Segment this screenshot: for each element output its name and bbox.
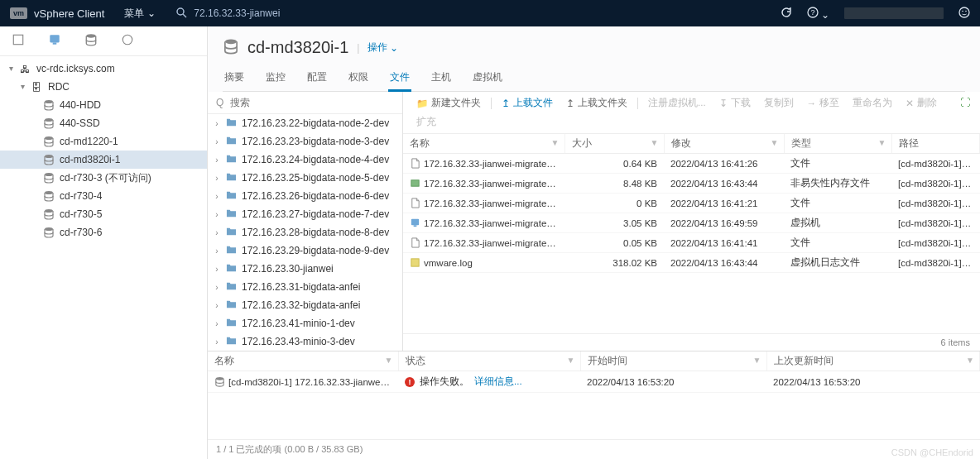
col-path[interactable]: 路径 <box>891 134 980 154</box>
user-masked <box>844 7 944 19</box>
datacenter-node[interactable]: ▾🗄RDC <box>0 78 207 96</box>
folder-item[interactable]: › 172.16.23.23-bigdata-node-3-dev <box>208 132 402 151</box>
file-icon <box>410 218 424 228</box>
folder-item[interactable]: › 172.16.23.43-minio-3-dev <box>208 332 402 351</box>
vms-view-icon[interactable] <box>48 33 61 49</box>
file-row[interactable]: 172.16.32.33-jianwei-migrate.vmx 3.05 KB… <box>403 213 980 233</box>
folder-item[interactable]: › 172.16.23.32-bigdata-anfei <box>208 296 402 314</box>
col-modified[interactable]: 修改▼ <box>664 134 784 154</box>
folder-item[interactable]: › 172.16.23.41-minio-1-dev <box>208 314 402 332</box>
file-icon <box>410 159 424 169</box>
delete-button[interactable]: ✕删除 <box>901 95 942 111</box>
folder-icon <box>226 244 237 257</box>
file-row[interactable]: 172.16.32.33-jianwei-migrate-55f648e7.hl… <box>403 154 980 174</box>
folder-icon <box>226 299 237 312</box>
inflate-button[interactable]: 扩充 <box>411 114 441 130</box>
chevron-right-icon: › <box>213 319 221 328</box>
detail-link[interactable]: 详细信息... <box>474 375 522 388</box>
filter-icon[interactable]: ▼ <box>966 356 974 365</box>
datastore-icon <box>43 136 55 147</box>
folder-item[interactable]: › 172.16.23.27-bigdata-node-7-dev <box>208 205 402 223</box>
vcenter-node[interactable]: ▾🖧vc-rdc.icksys.com <box>0 60 207 78</box>
col-size[interactable]: 大小▼ <box>564 134 664 154</box>
folder-icon <box>226 153 237 166</box>
file-row[interactable]: 172.16.32.33-jianwei-migrate.vmsd 0 KB 2… <box>403 194 980 213</box>
folder-icon <box>226 208 237 221</box>
filter-icon[interactable]: ▼ <box>567 356 575 365</box>
col-name[interactable]: 名称▼ <box>403 134 564 154</box>
filter-icon[interactable]: ▼ <box>753 356 761 365</box>
upload-file-button[interactable]: ↥上载文件 <box>497 95 558 111</box>
help-icon[interactable]: ⌄ <box>807 7 829 21</box>
task-row[interactable]: [cd-md3820i-1] 172.16.32.33-jianwei-migr… <box>208 371 980 393</box>
chevron-right-icon: › <box>213 265 221 274</box>
filter-icon[interactable]: ▼ <box>385 356 393 365</box>
svg-point-12 <box>122 35 132 44</box>
actions-dropdown[interactable]: 操作 ⌄ <box>368 41 398 55</box>
folder-item[interactable]: › 172.16.23.30-jianwei <box>208 260 402 278</box>
tab-6[interactable]: 虚拟机 <box>471 65 504 91</box>
refresh-icon[interactable] <box>781 7 792 21</box>
move-button[interactable]: →移至 <box>802 95 845 111</box>
copy-button[interactable]: 复制到 <box>759 95 799 111</box>
tab-4[interactable]: 文件 <box>388 65 411 92</box>
folder-item[interactable]: › 172.16.23.29-bigdata-node-9-dev <box>208 241 402 260</box>
expand-icon[interactable]: ⛶ <box>960 97 970 108</box>
datastore-node[interactable]: cd-r730-4 <box>0 187 207 205</box>
datastore-node[interactable]: cd-md3820i-1 <box>0 151 207 169</box>
items-count: 6 items <box>403 333 980 351</box>
chevron-right-icon: › <box>213 337 221 347</box>
tab-5[interactable]: 主机 <box>430 65 453 91</box>
rename-button[interactable]: 重命名为 <box>848 95 897 111</box>
search-icon: Q <box>216 97 223 108</box>
col-type[interactable]: 类型▼ <box>784 134 891 154</box>
tab-1[interactable]: 监控 <box>264 65 287 91</box>
folder-icon <box>226 280 237 294</box>
folder-search-input[interactable] <box>230 97 394 108</box>
task-col-status[interactable]: 状态▼ <box>398 351 580 371</box>
file-row[interactable]: 172.16.32.33-jianwei-migrate.nvram 8.48 … <box>403 174 980 194</box>
task-col-name[interactable]: 名称▼ <box>208 351 398 371</box>
feedback-icon[interactable] <box>958 7 970 21</box>
folder-item[interactable]: › 172.16.23.24-bigdata-node-4-dev <box>208 151 402 169</box>
tab-3[interactable]: 权限 <box>347 65 370 91</box>
filter-icon[interactable]: ▼ <box>878 138 886 147</box>
folder-item[interactable]: › 172.16.23.31-bigdata-anfei <box>208 278 402 296</box>
page-title: cd-md3820i-1 <box>247 38 348 57</box>
filter-icon[interactable]: ▼ <box>551 138 560 147</box>
file-row[interactable]: vmware.log 318.02 KB 2022/04/13 16:43:44… <box>403 253 980 273</box>
new-folder-button[interactable]: 📁新建文件夹 <box>411 95 486 111</box>
chevron-right-icon: › <box>213 228 221 237</box>
folder-item[interactable]: › 172.16.23.28-bigdata-node-8-dev <box>208 223 402 241</box>
datastore-node[interactable]: 440-HDD <box>0 96 207 114</box>
datastore-node[interactable]: cd-r730-3 (不可访问) <box>0 169 207 187</box>
chevron-right-icon: › <box>213 246 221 256</box>
hosts-view-icon[interactable] <box>12 33 25 49</box>
datastore-node[interactable]: 440-SSD <box>0 114 207 132</box>
search-text[interactable]: 72.16.32.33-jianwei <box>194 7 280 19</box>
search-icon <box>175 7 187 21</box>
filter-icon[interactable]: ▼ <box>771 138 779 147</box>
folder-item[interactable]: › 172.16.23.26-bigdata-node-6-dev <box>208 187 402 205</box>
datastore-node[interactable]: cd-r730-6 <box>0 223 207 241</box>
register-vm-button[interactable]: 注册虚拟机... <box>643 95 711 111</box>
datastore-node[interactable]: cd-r730-5 <box>0 205 207 223</box>
storage-view-icon[interactable] <box>84 33 98 49</box>
chevron-right-icon: › <box>213 192 221 201</box>
datastore-node[interactable]: cd-md1220-1 <box>0 132 207 151</box>
file-row[interactable]: 172.16.32.33-jianwei-migrate.vmxf 0.05 K… <box>403 233 980 253</box>
folder-item[interactable]: › 172.16.23.25-bigdata-node-5-dev <box>208 169 402 187</box>
tab-2[interactable]: 配置 <box>305 65 329 91</box>
filter-icon[interactable]: ▼ <box>651 138 659 147</box>
upload-progress: 1 / 1 已完成的项 (0.00 B / 35.83 GB) <box>208 439 980 459</box>
menu-button[interactable]: 菜单 ⌄ <box>124 7 156 21</box>
download-button[interactable]: ↧下载 <box>714 95 756 111</box>
tab-0[interactable]: 摘要 <box>223 65 246 91</box>
folder-icon <box>226 117 237 130</box>
chevron-right-icon: › <box>213 137 221 146</box>
task-col-start[interactable]: 开始时间▼ <box>580 351 766 371</box>
folder-item[interactable]: › 172.16.23.22-bigdata-node-2-dev <box>208 114 402 132</box>
network-view-icon[interactable] <box>121 33 134 49</box>
task-col-update[interactable]: 上次更新时间▼ <box>766 351 980 371</box>
upload-folder-button[interactable]: ↥上载文件夹 <box>561 95 632 111</box>
